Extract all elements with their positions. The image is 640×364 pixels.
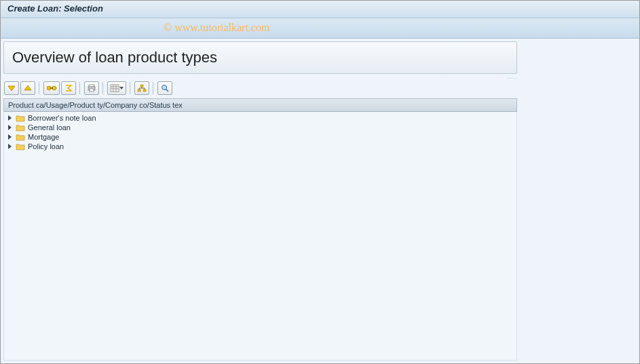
svg-rect-5 [89, 85, 94, 87]
tree-row[interactable]: General loan [4, 123, 516, 132]
page-heading-box: Overview of loan product types ..... [3, 41, 517, 74]
print-button[interactable] [84, 81, 99, 95]
toolbar-separator [130, 82, 131, 94]
toolbar-separator [153, 82, 154, 94]
folder-icon [16, 115, 25, 122]
svg-marker-13 [119, 87, 124, 89]
svg-marker-0 [8, 86, 15, 91]
folder-icon [16, 124, 25, 132]
find-button[interactable] [43, 81, 60, 95]
svg-marker-1 [24, 85, 31, 90]
tree-row[interactable]: Mortgage [4, 132, 516, 142]
svg-rect-8 [111, 85, 119, 92]
grid-icon [110, 84, 119, 92]
sum-button[interactable] [61, 81, 76, 95]
tree-row[interactable]: Borrower's note loan [4, 113, 516, 123]
main-column: Overview of loan product types ..... [3, 41, 517, 361]
resize-dots-icon: ..... [507, 75, 517, 79]
collapse-up-icon [23, 84, 33, 92]
layout-button[interactable] [107, 81, 126, 95]
expand-arrow-icon[interactable] [8, 115, 12, 121]
hierarchy-button[interactable] [134, 81, 149, 95]
tree-column-header: Product ca/Usage/Product ty/Company co/S… [3, 98, 517, 112]
expand-down-icon [7, 84, 16, 92]
svg-line-22 [166, 89, 169, 92]
svg-rect-14 [140, 85, 143, 87]
collapse-all-button[interactable] [20, 81, 35, 95]
svg-rect-16 [143, 89, 146, 92]
magnifier-icon [160, 84, 170, 92]
binoculars-icon [46, 84, 57, 92]
svg-rect-4 [50, 87, 53, 89]
svg-point-21 [162, 85, 167, 90]
detail-button[interactable] [157, 81, 172, 95]
right-gutter [517, 41, 637, 361]
app-toolbar: © www.tutorialkart.com [1, 18, 639, 39]
folder-icon [16, 134, 25, 141]
tree-row[interactable]: Policy loan [4, 142, 516, 151]
watermark-text: © www.tutorialkart.com [164, 22, 269, 34]
svg-rect-7 [90, 89, 94, 92]
hierarchy-icon [137, 84, 147, 92]
toolbar-separator [79, 82, 81, 94]
tree-item-label: Policy loan [28, 142, 64, 150]
sigma-icon [64, 84, 73, 92]
tree-item-label: General loan [28, 123, 71, 132]
toolbar-separator [39, 82, 40, 94]
expand-arrow-icon[interactable] [8, 134, 12, 140]
expand-arrow-icon[interactable] [8, 144, 12, 149]
toolbar-separator [102, 82, 104, 94]
page-heading: Overview of loan product types [12, 49, 217, 66]
window-title: Create Loan: Selection [7, 3, 103, 14]
content-area: Overview of loan product types ..... [1, 39, 639, 363]
alv-toolbar [3, 81, 517, 96]
dropdown-arrow-icon [119, 84, 124, 92]
tree-body: Borrower's note loan General loan Mortga… [3, 112, 517, 361]
printer-icon [87, 84, 96, 92]
window-titlebar: Create Loan: Selection [1, 1, 639, 18]
expand-all-button[interactable] [4, 81, 19, 95]
expand-arrow-icon[interactable] [8, 125, 12, 130]
svg-rect-15 [138, 89, 140, 92]
tree-item-label: Borrower's note loan [28, 114, 96, 122]
tree-item-label: Mortgage [28, 133, 59, 141]
folder-icon [16, 143, 25, 150]
